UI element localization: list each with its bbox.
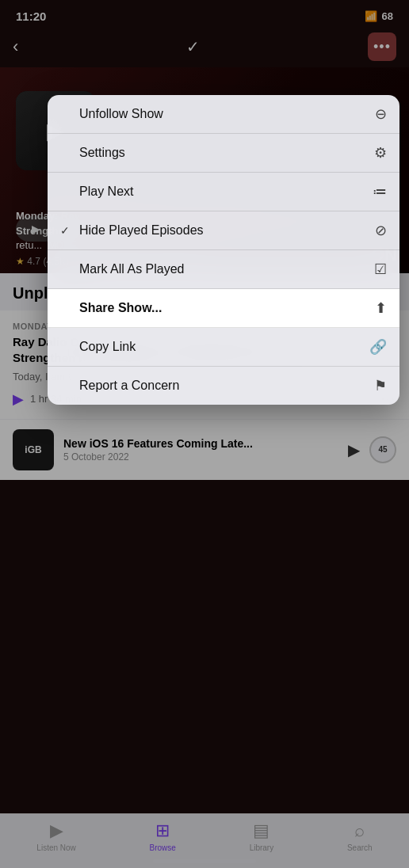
menu-item-settings[interactable]: Settings ⚙	[48, 134, 399, 173]
menu-item-copy-link[interactable]: Copy Link 🔗	[48, 328, 399, 367]
share-label: Share Show...	[79, 301, 162, 315]
copy-link-label: Copy Link	[79, 340, 136, 354]
mark-played-label: Mark All As Played	[79, 262, 185, 276]
menu-item-hide-played[interactable]: ✓ Hide Played Episodes ⊘	[48, 211, 399, 250]
hide-played-check: ✓	[60, 224, 73, 237]
menu-item-unfollow[interactable]: Unfollow Show ⊖	[48, 95, 399, 134]
share-icon: ⬆	[375, 299, 387, 317]
menu-item-play-next[interactable]: Play Next ≔	[48, 173, 399, 211]
context-menu: Unfollow Show ⊖ Settings ⚙ Play Next ≔ ✓…	[48, 95, 399, 405]
menu-item-copy-link-left: Copy Link	[60, 340, 136, 354]
settings-icon: ⚙	[374, 144, 387, 162]
menu-item-report-left: Report a Concern	[60, 379, 179, 393]
settings-label: Settings	[79, 146, 125, 160]
menu-item-mark-played[interactable]: Mark All As Played ☑	[48, 250, 399, 289]
unfollow-label: Unfollow Show	[79, 107, 163, 121]
unfollow-icon: ⊖	[375, 105, 387, 123]
report-label: Report a Concern	[79, 379, 179, 393]
menu-item-share-left: Share Show...	[60, 301, 162, 315]
menu-item-settings-left: Settings	[60, 146, 125, 160]
play-next-icon: ≔	[373, 183, 387, 200]
menu-item-report[interactable]: Report a Concern ⚑	[48, 367, 399, 405]
menu-item-mark-played-left: Mark All As Played	[60, 262, 185, 276]
menu-item-play-next-left: Play Next	[60, 185, 133, 199]
mark-played-icon: ☑	[374, 261, 387, 278]
copy-link-icon: 🔗	[369, 338, 387, 356]
hide-played-icon: ⊘	[375, 222, 387, 239]
report-icon: ⚑	[374, 377, 387, 394]
menu-item-unfollow-left: Unfollow Show	[60, 107, 163, 121]
menu-item-hide-played-left: ✓ Hide Played Episodes	[60, 223, 204, 238]
menu-item-share[interactable]: Share Show... ⬆	[48, 289, 399, 328]
hide-played-label: Hide Played Episodes	[79, 223, 204, 238]
play-next-label: Play Next	[79, 185, 133, 199]
